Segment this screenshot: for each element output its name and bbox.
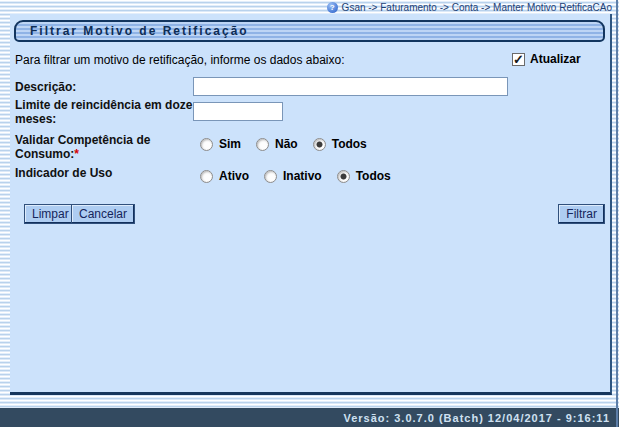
radio-option-sim: Sim [200,137,241,151]
instruction-text: Para filtrar um motivo de retificação, i… [15,53,344,67]
descricao-label: Descrição: [15,80,193,94]
indicador-radio-group: Ativo Inativo Todos [200,169,406,183]
validar-label: Validar Competência de Consumo:* [15,133,193,161]
breadcrumb[interactable]: ? Gsan -> Faturamento -> Conta -> Manter… [0,0,612,14]
radio-label: Todos [356,169,391,183]
page-title: Filtrar Motivo de Retificação [30,24,249,38]
atualizar-checkbox[interactable] [512,53,525,66]
radio-label: Todos [332,137,367,151]
atualizar-group: Atualizar [512,52,581,66]
radio-option-todos: Todos [313,137,367,151]
validar-radio-group: Sim Não Todos [200,137,382,151]
limite-label: Limite de reincidência em doze meses: [15,98,193,126]
descricao-input[interactable] [193,77,508,96]
help-icon[interactable]: ? [327,2,338,13]
radio-label: Não [275,137,298,151]
radio-option-ativo: Ativo [200,169,249,183]
radio-indicador-inativo[interactable] [264,170,277,183]
radio-label: Inativo [283,169,322,183]
breadcrumb-text[interactable]: Gsan -> Faturamento -> Conta -> Manter M… [342,2,612,13]
radio-option-todos2: Todos [337,169,391,183]
filter-panel: Filtrar Motivo de Retificação Para filtr… [10,14,612,395]
radio-option-inativo: Inativo [264,169,322,183]
indicador-label: Indicador de Uso [15,166,193,180]
required-marker: * [74,147,79,161]
window-right-edge [616,0,618,427]
cancelar-button[interactable]: Cancelar [71,204,135,224]
radio-validar-sim[interactable] [200,138,213,151]
limite-input[interactable] [193,102,283,121]
version-footer: Versão: 3.0.7.0 (Batch) 12/04/2017 - 9:1… [0,408,619,427]
limpar-button[interactable]: Limpar [24,204,77,224]
radio-option-nao: Não [256,137,298,151]
radio-indicador-ativo[interactable] [200,170,213,183]
radio-validar-todos[interactable] [313,138,326,151]
panel-titlebar: Filtrar Motivo de Retificação [14,20,605,42]
atualizar-label: Atualizar [530,52,581,66]
radio-label: Sim [219,137,241,151]
radio-label: Ativo [219,169,249,183]
radio-validar-nao[interactable] [256,138,269,151]
radio-indicador-todos[interactable] [337,170,350,183]
filtrar-button[interactable]: Filtrar [558,204,605,224]
version-text: Versão: 3.0.7.0 (Batch) 12/04/2017 - 9:1… [343,412,610,424]
